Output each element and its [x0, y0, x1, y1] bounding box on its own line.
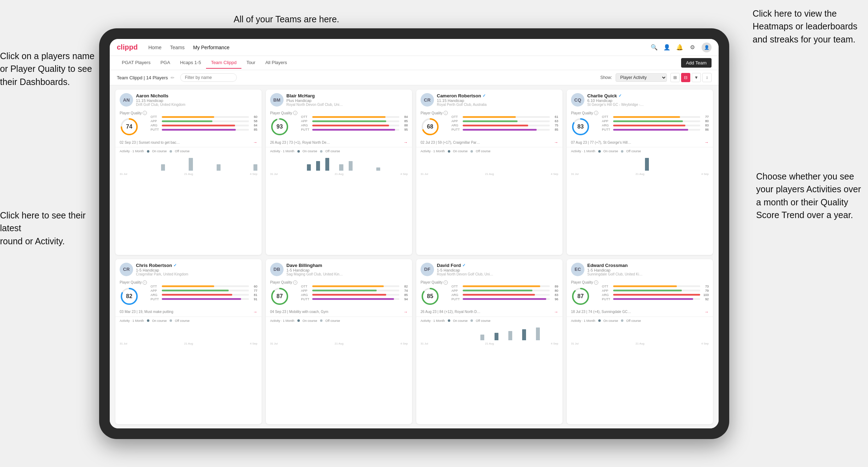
team-header-right: Show: Player Activity Quality Score Tren… — [600, 73, 712, 82]
tab-pgat[interactable]: PGAT Players — [117, 57, 155, 69]
bar-row-ott: OTT 84 — [301, 115, 408, 119]
chart-x-labels: 31 Jul 21 Aug 4 Sep — [571, 342, 709, 345]
player-card-header: CR Cameron Robertson ✓ 11.15 Handicap Ro… — [416, 90, 563, 109]
person-icon[interactable]: 👤 — [663, 44, 670, 51]
player-card[interactable]: BM Blair McHarg Plus Handicap Royal Nort… — [266, 90, 412, 255]
player-card[interactable]: DF David Ford ✓ 1-5 Handicap Royal North… — [416, 259, 563, 425]
player-name[interactable]: Aaron Nicholls — [136, 93, 257, 98]
tab-tour[interactable]: Tour — [241, 57, 260, 69]
quality-info-icon[interactable]: i — [143, 111, 147, 115]
quality-info-icon[interactable]: i — [444, 280, 448, 285]
nav-home[interactable]: Home — [148, 43, 161, 52]
filter-input[interactable] — [180, 73, 237, 82]
player-name[interactable]: Charlie Quick ✓ — [587, 93, 709, 98]
quality-bars: OTT 84 APP 85 ARG 88 PUTT 95 — [301, 115, 408, 132]
latest-round-text: 26 Aug 23 | 84 (+12), Royal North Devon … — [421, 310, 481, 314]
tab-pga[interactable]: PGA — [155, 57, 175, 69]
bar-row-app: APP 85 — [301, 119, 408, 123]
latest-round[interactable]: 26 Aug 23 | 73 (+1), Royal North Devon G… — [266, 138, 412, 147]
player-card[interactable]: CR Cameron Robertson ✓ 11.15 Handicap Ro… — [416, 90, 563, 255]
tab-team-clippd[interactable]: Team Clippd — [206, 57, 241, 69]
off-course-dot — [170, 319, 172, 322]
player-name[interactable]: Edward Crossman — [587, 263, 709, 268]
view-icons: ⊞ ⊟ ▼ ↕ — [670, 73, 712, 82]
player-name[interactable]: David Ford ✓ — [437, 263, 558, 268]
chart-area: 31 Jul 21 Aug 4 Sep — [270, 324, 408, 345]
player-club: Sag Maging Golf Club, United Kingdom — [286, 272, 343, 276]
chart-x-labels: 31 Jul 21 Aug 4 Sep — [270, 342, 408, 345]
player-card[interactable]: CR Chris Robertson ✓ 1-5 Handicap Craigm… — [115, 259, 262, 425]
quality-circle[interactable]: 87 — [270, 287, 289, 306]
latest-round[interactable]: 03 Mar 23 | 19, Must make putting → — [115, 308, 262, 317]
tablet-frame: clippd Home Teams My Performance 🔍 👤 🔔 ⚙… — [99, 28, 729, 439]
bar-row-app: APP 79 — [602, 289, 709, 292]
bell-icon[interactable]: 🔔 — [676, 44, 683, 51]
player-name[interactable]: Cameron Robertson ✓ — [437, 93, 558, 98]
latest-round[interactable]: 02 Jul 23 | 59 (+17), Craigmillar Park G… — [416, 138, 563, 147]
player-card[interactable]: DB Dave Billingham 1-5 Handicap Sag Magi… — [266, 259, 412, 425]
quality-circle[interactable]: 83 — [571, 117, 590, 136]
activity-section: Activity · 1 Month On course Off course … — [115, 147, 262, 178]
latest-round[interactable]: 04 Sep 23 | Mobility with coach, Gym → — [266, 308, 412, 317]
quality-circle[interactable]: 68 — [421, 117, 440, 136]
player-card[interactable]: AN Aaron Nicholls 11.15 Handicap Drift G… — [115, 90, 262, 255]
player-card-header: EC Edward Crossman 1-5 Handicap Sunningd… — [567, 259, 713, 278]
chart-area: 31 Jul 21 Aug 4 Sep — [120, 324, 257, 345]
nav-my-performance[interactable]: My Performance — [193, 43, 229, 52]
verified-icon: ✓ — [618, 93, 622, 98]
list-view-btn[interactable]: ⊟ — [681, 73, 690, 82]
quality-number: 82 — [126, 293, 132, 300]
quality-info-icon[interactable]: i — [594, 111, 598, 115]
latest-round[interactable]: 18 Jul 23 | 74 (+4), Sunningdale GC - Ol… — [567, 308, 713, 317]
quality-info-icon[interactable]: i — [293, 111, 297, 115]
latest-round[interactable]: 07 Aug 23 | 77 (+7), St George's Hill GC… — [567, 138, 713, 147]
quality-circle[interactable]: 82 — [120, 287, 139, 306]
latest-round[interactable]: 02 Sep 23 | Sunset round to get back int… — [115, 138, 262, 147]
quality-info-icon[interactable]: i — [594, 280, 598, 285]
quality-label: Player Quality i — [421, 280, 448, 285]
tab-all-players[interactable]: All Players — [260, 57, 292, 69]
quality-circle[interactable]: 85 — [421, 287, 440, 306]
avatar[interactable]: 👤 — [702, 42, 712, 52]
latest-round-text: 04 Sep 23 | Mobility with coach, Gym — [270, 310, 328, 314]
player-info: Aaron Nicholls 11.15 Handicap Drift Golf… — [136, 93, 257, 107]
quality-info-icon[interactable]: i — [293, 280, 297, 285]
round-arrow-icon: → — [253, 140, 257, 145]
bar-row-ott: OTT 73 — [602, 285, 709, 288]
edit-icon[interactable]: ✏ — [171, 75, 175, 80]
player-club: Royal North Devon Golf Club, United Kni.… — [437, 272, 493, 276]
quality-circle[interactable]: 87 — [571, 287, 590, 306]
player-card[interactable]: CQ Charlie Quick ✓ 6.10 Handicap St Geor… — [567, 90, 713, 255]
add-team-button[interactable]: Add Team — [681, 58, 712, 68]
grid-view-btn[interactable]: ⊞ — [670, 73, 680, 82]
sort-btn[interactable]: ↕ — [702, 73, 712, 82]
player-name[interactable]: Dave Billingham — [286, 263, 408, 268]
quality-bars: OTT 60 APP 58 ARG 84 PUTT 85 — [150, 115, 257, 132]
quality-circle[interactable]: 93 — [270, 117, 289, 136]
chart-x-labels: 31 Jul 21 Aug 4 Sep — [571, 172, 709, 176]
activity-legend: Activity · 1 Month On course Off course — [270, 149, 408, 153]
quality-info-icon[interactable]: i — [143, 280, 147, 285]
tab-hcaps[interactable]: Hcaps 1-5 — [175, 57, 206, 69]
sub-nav-tabs: PGAT Players PGA Hcaps 1-5 Team Clippd T… — [117, 57, 681, 69]
player-card-header: AN Aaron Nicholls 11.15 Handicap Drift G… — [115, 90, 262, 109]
quality-bars: OTT 61 APP 63 ARG 75 PUTT 85 — [451, 115, 558, 132]
nav-right: 🔍 👤 🔔 ⚙ 👤 — [651, 42, 712, 52]
filter-btn[interactable]: ▼ — [692, 73, 701, 82]
player-info: Blair McHarg Plus Handicap Royal North D… — [286, 93, 408, 107]
player-name[interactable]: Chris Robertson ✓ — [136, 263, 257, 268]
player-handicap: 1-5 Handicap — [136, 268, 257, 272]
player-name[interactable]: Blair McHarg — [286, 93, 408, 98]
latest-round[interactable]: 26 Aug 23 | 84 (+12), Royal North Devon … — [416, 308, 563, 317]
quality-circle[interactable]: 74 — [120, 117, 139, 136]
player-card[interactable]: EC Edward Crossman 1-5 Handicap Sunningd… — [567, 259, 713, 425]
chart-bars — [270, 154, 408, 171]
chart-area: 31 Jul 21 Aug 4 Sep — [120, 154, 257, 176]
search-icon[interactable]: 🔍 — [651, 44, 658, 51]
nav-teams[interactable]: Teams — [170, 43, 184, 52]
settings-icon[interactable]: ⚙ — [689, 44, 696, 51]
bar-row-app: APP 58 — [150, 119, 257, 123]
quality-info-icon[interactable]: i — [444, 111, 448, 115]
show-select[interactable]: Player Activity Quality Score Trend — [616, 73, 667, 82]
latest-round-text: 26 Aug 23 | 73 (+1), Royal North Devon G… — [270, 141, 330, 144]
